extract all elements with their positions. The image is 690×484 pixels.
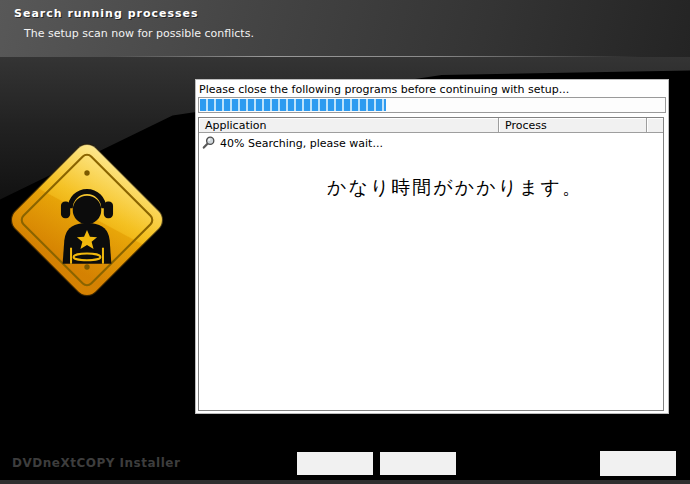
- scan-progress-bar: [198, 97, 666, 113]
- process-list-header: Application Process: [199, 118, 663, 133]
- search-status-text: 40% Searching, please wait...: [220, 137, 383, 150]
- page-subtitle: The setup scan now for possible conflict…: [24, 27, 254, 40]
- cancel-button[interactable]: [600, 451, 676, 476]
- list-row-status[interactable]: 40% Searching, please wait...: [202, 136, 663, 150]
- japanese-notice-text: かなり時間がかかります。: [327, 175, 583, 201]
- instruction-text: Please close the following programs befo…: [199, 83, 569, 96]
- installer-window: Search running processes The setup scan …: [0, 0, 690, 484]
- installer-brand-label: DVDneXtCOPY Installer: [12, 456, 180, 470]
- column-header-application[interactable]: Application: [199, 118, 499, 133]
- header-divider-line: [110, 56, 640, 57]
- scan-panel: Please close the following programs befo…: [195, 79, 669, 414]
- next-button[interactable]: [380, 452, 456, 475]
- dj-warning-sign-icon: [3, 135, 171, 305]
- process-list[interactable]: Application Process 40% Searching, pleas…: [198, 117, 664, 411]
- scan-progress-fill: [200, 99, 386, 111]
- back-button[interactable]: [297, 452, 373, 475]
- search-icon: [202, 136, 216, 150]
- window-bottom-edge: [0, 480, 690, 484]
- column-header-process[interactable]: Process: [499, 118, 647, 133]
- column-header-filler: [647, 118, 663, 133]
- page-title: Search running processes: [14, 7, 199, 20]
- header: Search running processes The setup scan …: [0, 0, 690, 57]
